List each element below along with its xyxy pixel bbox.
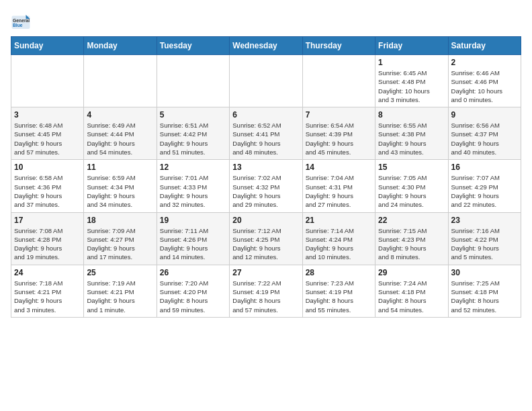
calendar-cell: 9Sunrise: 6:56 AM Sunset: 4:37 PM Daylig… (448, 107, 521, 160)
day-number: 17 (14, 216, 81, 225)
day-info: Sunrise: 6:56 AM Sunset: 4:37 PM Dayligh… (451, 121, 518, 156)
day-number: 30 (451, 268, 518, 277)
day-info: Sunrise: 7:22 AM Sunset: 4:19 PM Dayligh… (232, 279, 299, 314)
day-number: 19 (160, 216, 226, 225)
day-number: 12 (160, 163, 226, 172)
day-info: Sunrise: 7:24 AM Sunset: 4:18 PM Dayligh… (378, 279, 445, 314)
calendar-cell (11, 55, 84, 107)
calendar-cell: 13Sunrise: 7:02 AM Sunset: 4:32 PM Dayli… (230, 160, 302, 212)
day-info: Sunrise: 7:09 AM Sunset: 4:27 PM Dayligh… (87, 226, 153, 262)
column-header-thursday: Thursday (302, 37, 375, 55)
calendar-week-2: 3Sunrise: 6:48 AM Sunset: 4:45 PM Daylig… (11, 107, 521, 160)
calendar-cell: 11Sunrise: 6:59 AM Sunset: 4:34 PM Dayli… (84, 160, 157, 212)
column-header-wednesday: Wednesday (230, 37, 302, 55)
calendar-table: SundayMondayTuesdayWednesdayThursdayFrid… (11, 36, 521, 318)
calendar-cell: 26Sunrise: 7:20 AM Sunset: 4:20 PM Dayli… (157, 265, 229, 317)
calendar-cell: 15Sunrise: 7:05 AM Sunset: 4:30 PM Dayli… (375, 160, 448, 212)
day-number: 3 (14, 110, 81, 120)
day-info: Sunrise: 6:45 AM Sunset: 4:48 PM Dayligh… (378, 68, 445, 104)
day-number: 6 (232, 110, 299, 120)
day-info: Sunrise: 7:01 AM Sunset: 4:33 PM Dayligh… (160, 173, 226, 209)
calendar-cell: 27Sunrise: 7:22 AM Sunset: 4:19 PM Dayli… (230, 265, 302, 317)
calendar-cell: 17Sunrise: 7:08 AM Sunset: 4:28 PM Dayli… (11, 212, 84, 265)
calendar-week-1: 1Sunrise: 6:45 AM Sunset: 4:48 PM Daylig… (11, 55, 521, 107)
day-info: Sunrise: 7:20 AM Sunset: 4:20 PM Dayligh… (160, 279, 226, 314)
day-info: Sunrise: 6:52 AM Sunset: 4:41 PM Dayligh… (232, 121, 299, 156)
day-number: 21 (306, 216, 372, 225)
column-header-tuesday: Tuesday (157, 37, 229, 55)
day-info: Sunrise: 7:15 AM Sunset: 4:23 PM Dayligh… (378, 226, 445, 262)
header-row: SundayMondayTuesdayWednesdayThursdayFrid… (11, 37, 521, 55)
day-number: 9 (451, 110, 518, 120)
calendar-cell: 22Sunrise: 7:15 AM Sunset: 4:23 PM Dayli… (375, 212, 448, 265)
day-number: 4 (87, 110, 153, 120)
calendar-cell: 19Sunrise: 7:11 AM Sunset: 4:26 PM Dayli… (157, 212, 229, 265)
day-number: 25 (87, 268, 153, 277)
day-number: 10 (14, 163, 81, 172)
day-info: Sunrise: 7:12 AM Sunset: 4:25 PM Dayligh… (232, 226, 299, 262)
day-info: Sunrise: 7:14 AM Sunset: 4:24 PM Dayligh… (306, 226, 372, 262)
day-number: 26 (160, 268, 226, 277)
calendar-cell: 3Sunrise: 6:48 AM Sunset: 4:45 PM Daylig… (11, 107, 84, 160)
calendar-week-4: 17Sunrise: 7:08 AM Sunset: 4:28 PM Dayli… (11, 212, 521, 265)
calendar-cell (302, 55, 375, 107)
calendar-cell: 25Sunrise: 7:19 AM Sunset: 4:21 PM Dayli… (84, 265, 157, 317)
day-info: Sunrise: 6:54 AM Sunset: 4:39 PM Dayligh… (306, 121, 372, 156)
calendar-week-5: 24Sunrise: 7:18 AM Sunset: 4:21 PM Dayli… (11, 265, 521, 317)
day-info: Sunrise: 7:19 AM Sunset: 4:21 PM Dayligh… (87, 279, 153, 314)
calendar-cell: 8Sunrise: 6:55 AM Sunset: 4:38 PM Daylig… (375, 107, 448, 160)
calendar-cell (230, 55, 302, 107)
day-info: Sunrise: 7:23 AM Sunset: 4:19 PM Dayligh… (306, 279, 372, 314)
calendar-cell: 4Sunrise: 6:49 AM Sunset: 4:44 PM Daylig… (84, 107, 157, 160)
calendar-week-3: 10Sunrise: 6:58 AM Sunset: 4:36 PM Dayli… (11, 160, 521, 212)
day-info: Sunrise: 6:48 AM Sunset: 4:45 PM Dayligh… (14, 121, 81, 156)
calendar-cell: 14Sunrise: 7:04 AM Sunset: 4:31 PM Dayli… (302, 160, 375, 212)
column-header-saturday: Saturday (448, 37, 521, 55)
calendar-cell: 7Sunrise: 6:54 AM Sunset: 4:39 PM Daylig… (302, 107, 375, 160)
calendar-cell: 30Sunrise: 7:25 AM Sunset: 4:18 PM Dayli… (448, 265, 521, 317)
page-header: General Blue (11, 11, 521, 31)
calendar-cell: 2Sunrise: 6:46 AM Sunset: 4:46 PM Daylig… (448, 55, 521, 107)
day-number: 1 (378, 58, 445, 67)
calendar-cell: 24Sunrise: 7:18 AM Sunset: 4:21 PM Dayli… (11, 265, 84, 317)
day-number: 13 (232, 163, 299, 172)
day-number: 16 (451, 163, 518, 172)
day-number: 18 (87, 216, 153, 225)
day-info: Sunrise: 7:07 AM Sunset: 4:29 PM Dayligh… (451, 173, 518, 209)
calendar-cell (157, 55, 229, 107)
calendar-cell: 20Sunrise: 7:12 AM Sunset: 4:25 PM Dayli… (230, 212, 302, 265)
day-info: Sunrise: 6:49 AM Sunset: 4:44 PM Dayligh… (87, 121, 153, 156)
calendar-cell: 18Sunrise: 7:09 AM Sunset: 4:27 PM Dayli… (84, 212, 157, 265)
day-number: 5 (160, 110, 226, 120)
day-number: 27 (232, 268, 299, 277)
day-info: Sunrise: 7:05 AM Sunset: 4:30 PM Dayligh… (378, 173, 445, 209)
day-info: Sunrise: 6:51 AM Sunset: 4:42 PM Dayligh… (160, 121, 226, 156)
day-info: Sunrise: 7:25 AM Sunset: 4:18 PM Dayligh… (451, 279, 518, 314)
day-number: 24 (14, 268, 81, 277)
day-info: Sunrise: 7:11 AM Sunset: 4:26 PM Dayligh… (160, 226, 226, 262)
calendar-cell: 16Sunrise: 7:07 AM Sunset: 4:29 PM Dayli… (448, 160, 521, 212)
day-info: Sunrise: 7:08 AM Sunset: 4:28 PM Dayligh… (14, 226, 81, 262)
calendar-cell: 29Sunrise: 7:24 AM Sunset: 4:18 PM Dayli… (375, 265, 448, 317)
day-number: 8 (378, 110, 445, 120)
day-number: 11 (87, 163, 153, 172)
calendar-cell (84, 55, 157, 107)
calendar-cell: 21Sunrise: 7:14 AM Sunset: 4:24 PM Dayli… (302, 212, 375, 265)
calendar-cell: 28Sunrise: 7:23 AM Sunset: 4:19 PM Dayli… (302, 265, 375, 317)
day-info: Sunrise: 6:55 AM Sunset: 4:38 PM Dayligh… (378, 121, 445, 156)
day-number: 15 (378, 163, 445, 172)
calendar-cell: 12Sunrise: 7:01 AM Sunset: 4:33 PM Dayli… (157, 160, 229, 212)
calendar-cell: 5Sunrise: 6:51 AM Sunset: 4:42 PM Daylig… (157, 107, 229, 160)
column-header-monday: Monday (84, 37, 157, 55)
day-number: 29 (378, 268, 445, 277)
column-header-sunday: Sunday (11, 37, 84, 55)
day-info: Sunrise: 7:02 AM Sunset: 4:32 PM Dayligh… (232, 173, 299, 209)
calendar-cell: 1Sunrise: 6:45 AM Sunset: 4:48 PM Daylig… (375, 55, 448, 107)
day-number: 2 (451, 58, 518, 67)
day-number: 14 (306, 163, 372, 172)
svg-text:Blue: Blue (13, 23, 23, 28)
day-info: Sunrise: 6:46 AM Sunset: 4:46 PM Dayligh… (451, 68, 518, 104)
day-info: Sunrise: 7:18 AM Sunset: 4:21 PM Dayligh… (14, 279, 81, 314)
logo-icon: General Blue (11, 11, 31, 31)
day-number: 28 (306, 268, 372, 277)
